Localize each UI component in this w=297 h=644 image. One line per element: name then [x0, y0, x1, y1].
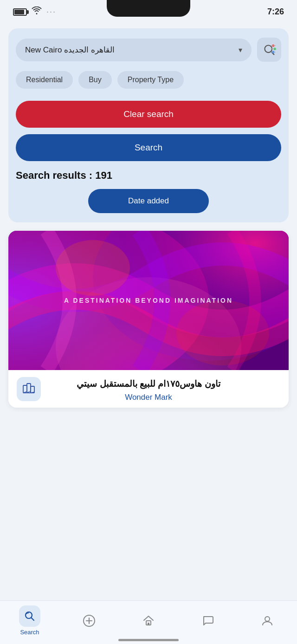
home-indicator	[118, 639, 179, 641]
battery-icon	[13, 8, 27, 16]
bottom-nav: Search	[0, 600, 297, 644]
search-button[interactable]: Search	[16, 134, 281, 161]
main-content: القاهره الجديده New Cairo ▾	[0, 21, 297, 470]
filter-pills: Residential Buy Property Type	[16, 71, 281, 91]
nav-chat[interactable]	[194, 610, 222, 631]
nav-home[interactable]	[135, 610, 162, 631]
svg-point-13	[176, 300, 269, 365]
filter-icon-button[interactable]	[257, 38, 281, 62]
chevron-down-icon: ▾	[239, 46, 242, 54]
nav-add[interactable]	[75, 610, 103, 631]
property-info: تاون هاوس١٧٥ام للبيع بالمستقبل سيتي Wond…	[8, 370, 289, 408]
profile-nav-icon	[257, 610, 278, 631]
property-image: A DESTINATION BEYOND IMAGINATION	[8, 231, 289, 370]
search-panel: القاهره الجديده New Cairo ▾	[8, 28, 289, 222]
status-time: 7:26	[267, 7, 284, 17]
property-subtitle: Wonder Mark	[17, 393, 280, 402]
add-nav-icon	[78, 610, 100, 631]
nav-profile[interactable]	[253, 610, 281, 631]
property-tagline: A DESTINATION BEYOND IMAGINATION	[64, 297, 233, 304]
wifi-icon	[32, 7, 42, 17]
home-nav-icon	[138, 610, 159, 631]
location-text: القاهره الجديده New Cairo	[25, 45, 115, 55]
pill-residential[interactable]: Residential	[16, 71, 73, 89]
map-fab-button[interactable]	[17, 377, 41, 401]
property-card[interactable]: A DESTINATION BEYOND IMAGINATION تاون ها…	[8, 231, 289, 408]
location-dropdown[interactable]: القاهره الجديده New Cairo ▾	[16, 39, 252, 61]
pill-buy[interactable]: Buy	[78, 71, 112, 89]
svg-point-12	[56, 240, 130, 296]
search-nav-icon	[19, 605, 40, 627]
status-left: ···	[13, 7, 56, 17]
date-added-button[interactable]: Date added	[88, 189, 209, 213]
property-title: تاون هاوس١٧٥ام للبيع بالمستقبل سيتي	[17, 377, 280, 391]
pill-property-type[interactable]: Property Type	[117, 71, 184, 89]
results-count: Search results : 191	[16, 169, 281, 182]
location-row: القاهره الجديده New Cairo ▾	[16, 38, 281, 62]
svg-line-18	[32, 618, 34, 621]
svg-point-24	[265, 617, 270, 621]
clear-search-button[interactable]: Clear search	[16, 101, 281, 128]
svg-rect-23	[148, 623, 149, 625]
dots-icon: ···	[46, 7, 56, 17]
search-nav-label: Search	[20, 629, 39, 636]
chat-nav-icon	[197, 610, 219, 631]
notch	[107, 0, 190, 17]
nav-search[interactable]: Search	[16, 605, 44, 636]
